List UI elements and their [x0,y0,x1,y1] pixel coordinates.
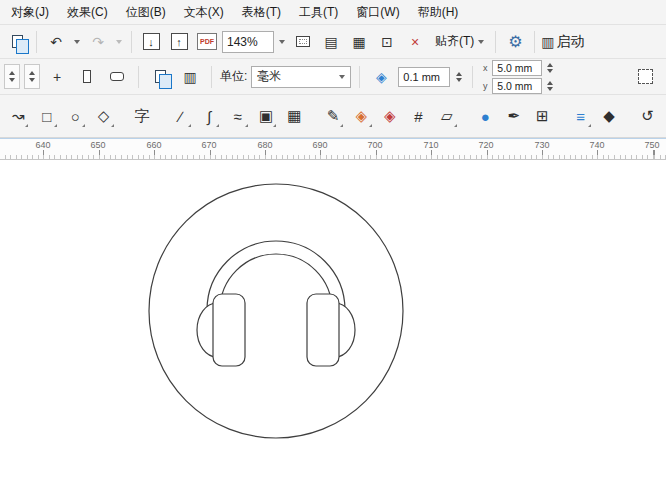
export-button[interactable]: ↑ [166,29,192,55]
undo-dropdown-button[interactable] [71,29,83,55]
show-grid-button[interactable]: ▦ [346,29,372,55]
object-statistics-button[interactable]: ▥ [177,64,203,90]
left-ear-cup-shape[interactable] [213,294,245,366]
duplicate-y-label: y [481,81,489,91]
spin-up-button[interactable] [9,68,15,75]
disable-snapping-button[interactable]: × [402,29,428,55]
disable-snap-icon: × [411,35,419,49]
sliders-icon: ≡ [576,108,585,125]
loop-tool[interactable]: ↺ [635,102,659,130]
ruler-label: 660 [146,140,161,150]
snap-to-dropdown[interactable]: 贴齐(T) [430,29,489,55]
duplicate-x-label: x [481,63,489,73]
spin-up-button[interactable] [29,68,35,75]
outer-circle-shape[interactable] [149,184,403,438]
spin-down-button[interactable] [547,87,553,94]
ellipse-tool[interactable]: ○ [63,102,87,130]
eraser-icon: ▱ [441,107,453,125]
copy-settings-button[interactable] [147,64,173,90]
block-shadow-tool[interactable]: ▣ [254,102,278,130]
nudge-distance-field[interactable]: 0.1 mm [398,67,450,87]
transparency-tool[interactable]: ▦ [282,102,306,130]
menu-item-tools[interactable]: 工具(T) [290,0,347,24]
duplicate-y-stepper [545,78,555,94]
nudge-offset-button[interactable]: ◈ [368,64,394,90]
interactive-fill-tool[interactable]: ◈ [349,102,373,130]
launch-button[interactable]: ▥ 启动 [541,29,584,55]
separator [495,31,496,53]
property-bar: + ▥ 单位: 毫米 ◈ 0.1 mm [0,59,666,95]
menu-item-bitmaps[interactable]: 位图(B) [117,0,175,24]
menu-item-window[interactable]: 窗口(W) [347,0,408,24]
marker-icon: ◆ [603,107,615,125]
full-screen-preview-button[interactable] [290,29,316,55]
spin-down-button[interactable] [456,78,462,85]
nudge-offset-icon: ◈ [376,70,387,84]
table-tool[interactable]: ⊞ [530,102,554,130]
redo-button[interactable]: ↷ [85,29,111,55]
duplicate-distance-y-field[interactable]: 5.0 mm [492,78,542,94]
freehand-tool[interactable]: ↝ [6,102,30,130]
rectangle-tool[interactable]: □ [34,102,58,130]
drawing-canvas[interactable] [0,160,666,494]
spin-down-button[interactable] [9,78,15,85]
smart-fill-tool[interactable]: ◈ [378,102,402,130]
spin-down-button[interactable] [547,69,553,76]
spin-up-button[interactable] [456,69,462,76]
grid-icon: ▦ [352,35,365,49]
units-dropdown[interactable]: 毫米 [251,66,351,88]
zoom-level-input[interactable] [222,31,274,53]
table-icon: ⊞ [536,107,549,125]
portrait-page-button[interactable] [74,64,100,90]
spin-down-button[interactable] [29,78,35,85]
landscape-page-button[interactable] [104,64,130,90]
duplicate-distance-x-row: x 5.0 mm [481,59,555,76]
mesh-fill-tool[interactable]: # [406,102,430,130]
slider-adjust-tool[interactable]: ≡ [568,102,592,130]
line-tool[interactable]: ∕ [168,102,192,130]
ruler-label: 750 [644,140,659,150]
text-tool[interactable]: 字 [130,102,154,130]
loop-icon: ↺ [641,107,654,125]
menu-item-help[interactable]: 帮助(H) [409,0,468,24]
right-ear-cup-shape[interactable] [307,294,339,366]
duplicate-distance-controls: x 5.0 mm y 5.0 mm [481,59,555,94]
duplicate-distance-x-field[interactable]: 5.0 mm [492,60,542,76]
polygon-tool[interactable]: ◇ [91,102,115,130]
pen-tool[interactable]: ✒ [502,102,526,130]
options-button[interactable]: ⚙ [502,29,528,55]
headphones-drawing[interactable] [0,160,666,494]
eyedropper-tool[interactable]: ✎ [321,102,345,130]
nudge-distance-value: 0.1 mm [403,71,440,83]
show-rulers-button[interactable]: ▤ [318,29,344,55]
separator [534,31,535,53]
launch-icon: ▥ [541,35,554,49]
duplicate-page-button[interactable] [4,29,30,55]
bezier-tool[interactable]: ∫ [197,102,221,130]
marker-tool[interactable]: ◆ [597,102,621,130]
menu-item-effects[interactable]: 效果(C) [58,0,117,24]
import-button[interactable]: ↓ [138,29,164,55]
undo-button[interactable]: ↶ [43,29,69,55]
nudge-distance-stepper [454,69,464,85]
nudge-settings-button[interactable]: + [44,64,70,90]
horizontal-ruler[interactable]: 640 650 660 670 680 690 700 710 720 730 … [0,138,666,160]
eraser-tool[interactable]: ▱ [435,102,459,130]
brush-tool[interactable]: ● [473,102,497,130]
import-arrow: ↓ [148,36,154,48]
menu-item-text[interactable]: 文本(X) [175,0,233,24]
spin-up-button[interactable] [547,60,553,67]
redo-dropdown-button[interactable] [113,29,125,55]
chevron-down-icon [74,40,80,47]
snap-to-document-grid-button[interactable]: ⊡ [374,29,400,55]
snap-grid-icon: ⊡ [381,35,393,49]
menu-item-table[interactable]: 表格(T) [233,0,290,24]
brush-icon: ● [481,108,490,125]
spin-up-button[interactable] [547,78,553,85]
export-icon: ↑ [171,33,188,50]
artistic-media-tool[interactable]: ≈ [225,102,249,130]
publish-pdf-button[interactable]: PDF [194,29,220,55]
treat-as-filled-button[interactable] [632,64,658,90]
zoom-dropdown-button[interactable] [276,29,288,55]
menu-item-object[interactable]: 对象(J) [2,0,58,24]
